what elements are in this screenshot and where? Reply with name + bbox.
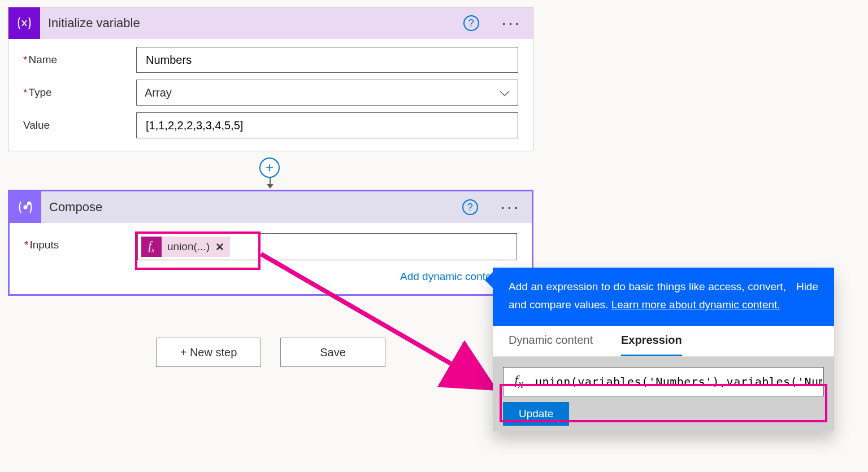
tab-expression[interactable]: Expression xyxy=(621,334,682,356)
svg-line-3 xyxy=(27,204,28,207)
help-icon[interactable]: ? xyxy=(462,199,478,215)
fx-icon: fx xyxy=(141,237,162,257)
initialize-variable-card: Initialize variable ? ··· *Name *Type Ar… xyxy=(8,7,533,151)
initialize-variable-title: Initialize variable xyxy=(48,16,455,30)
type-select[interactable]: Array xyxy=(136,80,518,106)
variable-icon xyxy=(8,7,40,39)
value-label: Value xyxy=(23,119,136,132)
fx-icon: fx xyxy=(504,373,534,391)
learn-more-link[interactable]: Learn more about dynamic content. xyxy=(611,299,780,311)
add-step-button[interactable]: + xyxy=(259,158,280,178)
help-icon[interactable]: ? xyxy=(463,15,479,31)
initialize-variable-header[interactable]: Initialize variable ? ··· xyxy=(8,7,533,39)
more-icon[interactable]: ··· xyxy=(495,15,528,31)
expression-input[interactable]: fx xyxy=(503,367,824,396)
remove-token-icon[interactable]: ✕ xyxy=(215,241,224,254)
flyout-header: Add an expression to do basic things lik… xyxy=(493,268,834,326)
type-label: *Type xyxy=(23,86,136,99)
name-label: *Name xyxy=(23,54,136,66)
save-button[interactable]: Save xyxy=(280,338,385,367)
more-icon[interactable]: ··· xyxy=(494,199,527,215)
svg-point-2 xyxy=(28,202,30,204)
connector-arrow-icon xyxy=(266,177,274,193)
hide-link[interactable]: Hide xyxy=(796,278,818,314)
tab-dynamic-content[interactable]: Dynamic content xyxy=(509,334,593,356)
expression-token[interactable]: fx union(...) ✕ xyxy=(141,237,230,257)
chevron-down-icon xyxy=(500,86,510,99)
name-input[interactable] xyxy=(136,47,518,73)
inputs-field[interactable]: fx union(...) ✕ xyxy=(137,233,517,260)
callout-arrow-icon xyxy=(485,272,493,288)
compose-title: Compose xyxy=(49,200,454,215)
update-button[interactable]: Update xyxy=(503,402,569,426)
new-step-button[interactable]: + New step xyxy=(156,338,261,367)
inputs-label: *Inputs xyxy=(24,233,137,251)
value-input[interactable] xyxy=(136,112,518,138)
compose-header[interactable]: Compose ? ··· xyxy=(10,191,532,223)
compose-icon xyxy=(10,191,41,223)
expression-token-label: union(...) xyxy=(167,241,210,253)
expression-flyout: Add an expression to do basic things lik… xyxy=(493,268,834,431)
